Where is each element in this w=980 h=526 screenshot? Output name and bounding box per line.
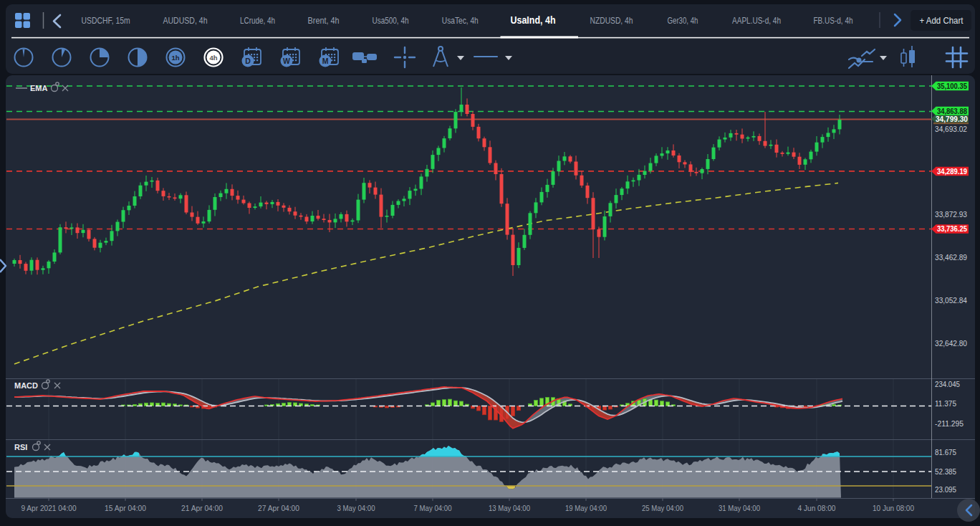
svg-text:15 Apr 04:00: 15 Apr 04:00 — [105, 504, 146, 512]
svg-text:33,736.25: 33,736.25 — [937, 224, 967, 233]
svg-text:31 May 04:00: 31 May 04:00 — [719, 504, 760, 512]
svg-text:25 May 04:00: 25 May 04:00 — [642, 504, 683, 512]
svg-text:RSI: RSI — [14, 443, 27, 451]
svg-text:234.045: 234.045 — [935, 380, 960, 388]
svg-text:33,872.93: 33,872.93 — [935, 210, 967, 219]
svg-text:34,693.02: 34,693.02 — [935, 125, 967, 133]
svg-text:81.675: 81.675 — [935, 448, 956, 456]
svg-text:FB.US-d, 4h: FB.US-d, 4h — [814, 15, 853, 26]
svg-text:1h: 1h — [171, 54, 179, 62]
svg-text:13 May 04:00: 13 May 04:00 — [489, 504, 530, 512]
svg-text:-211.295: -211.295 — [935, 419, 964, 428]
svg-text:33,052.84: 33,052.84 — [935, 296, 967, 305]
svg-text:9 Apr 2021 04:00: 9 Apr 2021 04:00 — [21, 504, 77, 512]
svg-text:AUDUSD, 4h: AUDUSD, 4h — [163, 15, 208, 26]
svg-text:USDCHF, 15m: USDCHF, 15m — [82, 15, 130, 26]
svg-text:10 Jun 08:00: 10 Jun 08:00 — [873, 504, 914, 512]
svg-text:35,100.35: 35,100.35 — [937, 82, 967, 90]
svg-text:23.095: 23.095 — [935, 485, 956, 494]
svg-text:32,642.80: 32,642.80 — [935, 339, 967, 348]
svg-text:11.375: 11.375 — [935, 399, 956, 408]
svg-text:UsaTec, 4h: UsaTec, 4h — [442, 15, 479, 26]
svg-text:27 Apr 04:00: 27 Apr 04:00 — [258, 504, 299, 512]
svg-text:AAPL.US-d, 4h: AAPL.US-d, 4h — [732, 15, 781, 26]
svg-text:NZDUSD, 4h: NZDUSD, 4h — [590, 15, 633, 26]
svg-text:19 May 04:00: 19 May 04:00 — [565, 504, 607, 512]
svg-text:4 Jun 08:00: 4 Jun 08:00 — [798, 504, 836, 512]
svg-text:52.385: 52.385 — [935, 467, 956, 476]
svg-text:W: W — [283, 57, 290, 65]
svg-text:34,289.19: 34,289.19 — [937, 167, 967, 176]
svg-text:+ Add Chart: + Add Chart — [920, 16, 964, 26]
svg-text:21 Apr 04:00: 21 Apr 04:00 — [181, 504, 223, 512]
svg-text:EMA: EMA — [30, 84, 48, 92]
svg-text:33,462.89: 33,462.89 — [935, 253, 967, 262]
svg-text:MACD: MACD — [14, 381, 38, 390]
svg-text:4h: 4h — [209, 54, 217, 62]
svg-text:Usa500, 4h: Usa500, 4h — [373, 15, 409, 26]
svg-text:34,799.30: 34,799.30 — [936, 115, 968, 123]
svg-text:Ger30, 4h: Ger30, 4h — [668, 15, 698, 26]
svg-text:UsaInd, 4h: UsaInd, 4h — [511, 14, 556, 26]
svg-text:7 May 04:00: 7 May 04:00 — [414, 504, 452, 512]
svg-text:D: D — [245, 57, 251, 65]
svg-text:3 May 04:00: 3 May 04:00 — [337, 504, 375, 512]
svg-text:LCrude, 4h: LCrude, 4h — [240, 15, 275, 26]
svg-text:M: M — [322, 57, 329, 65]
svg-text:Brent, 4h: Brent, 4h — [308, 15, 340, 26]
